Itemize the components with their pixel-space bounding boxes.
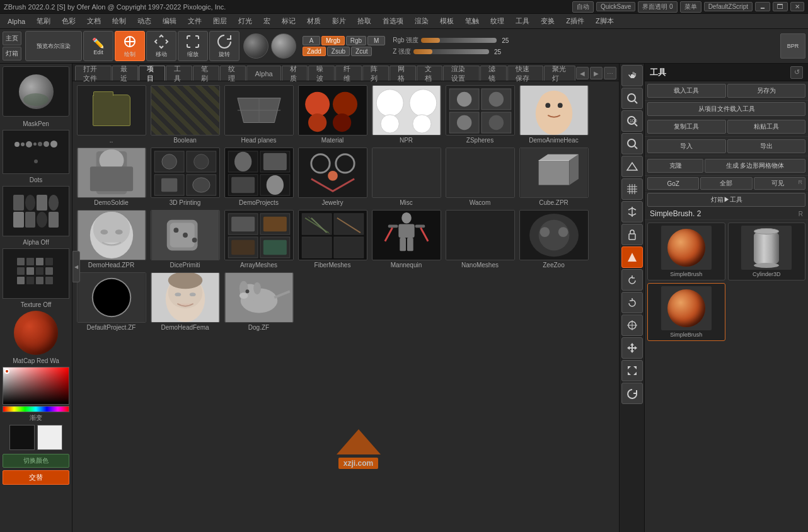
lock-btn[interactable] <box>621 224 643 245</box>
lightbox-tools-btn[interactable]: 灯箱▶工具 <box>647 193 805 207</box>
goz-btn[interactable]: GoZ <box>647 177 699 190</box>
tab-textures[interactable]: 纹理 <box>220 66 246 81</box>
menu-zscript[interactable]: Z脚本 <box>591 15 619 27</box>
menu-light[interactable]: 灯光 <box>233 15 257 27</box>
lightbox-btn[interactable]: 灯箱 <box>3 47 21 61</box>
menu-texture[interactable]: 纹理 <box>485 15 509 27</box>
menu-btn[interactable]: 菜单 <box>680 1 701 13</box>
file-item-nanomeshes[interactable]: NanoMeshes <box>444 209 516 270</box>
black-swatch[interactable] <box>9 425 35 450</box>
tab-tools[interactable]: 工具 <box>166 66 192 81</box>
hue-slider[interactable] <box>3 406 69 412</box>
close-btn[interactable]: ✕ <box>790 2 804 11</box>
tab-project[interactable]: 项目 <box>139 66 165 81</box>
transparency-btn[interactable]: 界面透明 0 <box>638 1 677 13</box>
exchange-btn[interactable]: 交替 <box>3 470 69 485</box>
file-item-demosoldier[interactable]: DemoSoldie <box>75 146 147 207</box>
center-point-btn[interactable] <box>621 315 643 336</box>
menu-color[interactable]: 色彩 <box>57 15 81 27</box>
file-item-jewelry[interactable]: Jewelry <box>296 146 369 207</box>
menu-template[interactable]: 模板 <box>435 15 459 27</box>
menu-pickup[interactable]: 拾取 <box>352 15 376 27</box>
Rgb-btn[interactable]: Rgb <box>346 36 366 45</box>
A-btn[interactable]: A <box>303 36 320 45</box>
perspective-btn[interactable] <box>621 156 643 177</box>
file-item-dog[interactable]: Dog.ZF <box>222 271 295 332</box>
save-as-btn[interactable]: 另存为 <box>727 84 806 98</box>
M-btn[interactable]: M <box>367 36 385 45</box>
file-item-wacom[interactable]: Wacom <box>444 146 516 207</box>
load-from-project-btn[interactable]: 从项目文件载入工具 <box>647 102 805 116</box>
file-item-cube[interactable]: Cube.ZPR <box>517 146 590 207</box>
menu-zplugin[interactable]: Z插件 <box>561 15 589 27</box>
menu-material[interactable]: 材质 <box>302 15 326 27</box>
minimize-btn[interactable]: 🗕 <box>755 2 770 11</box>
maximize-btn[interactable]: 🗖 <box>773 2 788 11</box>
copy-tool-btn[interactable]: 复制工具 <box>647 120 726 134</box>
orange-action-btn[interactable] <box>621 246 643 268</box>
file-item-demoprojects[interactable]: DemoProjects <box>222 146 295 207</box>
menu-preferences[interactable]: 首选项 <box>378 15 408 27</box>
default-script-btn[interactable]: DefaultZScript <box>704 2 753 11</box>
alpha-section[interactable] <box>3 186 69 236</box>
move-toolbar-btn[interactable]: 移动 <box>146 31 176 61</box>
file-item-demoanime[interactable]: DemoAnimeHeac <box>517 84 590 145</box>
tab-more-btn[interactable]: ⋯ <box>604 67 616 79</box>
circle-preview-btn[interactable] <box>271 33 296 59</box>
zoom100-btn[interactable]: 100 <box>621 110 643 132</box>
tab-open[interactable]: 打开文件 <box>75 66 112 81</box>
menu-brush[interactable]: 笔刷 <box>32 15 55 27</box>
sphere-preview-btn[interactable] <box>243 33 268 59</box>
tab-mesh[interactable]: 网格 <box>390 66 416 81</box>
scale-toolbar-btn[interactable]: 缩放 <box>178 31 208 61</box>
menu-draw[interactable]: 绘制 <box>107 15 131 27</box>
Zsub-btn[interactable]: Zsub <box>327 47 350 56</box>
file-item-misc[interactable]: Misc <box>370 146 442 207</box>
Zadd-btn[interactable]: Zadd <box>303 47 326 56</box>
scale-btn[interactable] <box>621 360 643 381</box>
rotate-left-btn[interactable] <box>621 269 643 291</box>
zoom2d-btn[interactable] <box>621 88 643 109</box>
tab-recent[interactable]: 最近 <box>112 66 139 81</box>
switch-colors-btn[interactable]: 切换颜色 <box>3 454 69 468</box>
zoom50-btn[interactable] <box>621 133 643 154</box>
align-btn[interactable] <box>621 201 643 223</box>
tab-next-btn[interactable]: ▶ <box>590 67 603 79</box>
tab-brushes[interactable]: 笔刷 <box>193 66 219 81</box>
file-item-defaultproject[interactable]: DefaultProject.ZF <box>75 271 147 332</box>
visible-btn[interactable]: 可见 R <box>754 177 805 190</box>
menu-movie[interactable]: 影片 <box>327 15 351 27</box>
menu-animate[interactable]: 动态 <box>132 15 156 27</box>
rotate-right-btn[interactable] <box>621 292 643 313</box>
tab-alpha[interactable]: Alpha <box>246 66 280 81</box>
file-item-boolean[interactable]: Boolean <box>149 84 221 145</box>
file-item-printing[interactable]: 3D Printing <box>149 146 221 207</box>
texture-section[interactable] <box>3 248 69 299</box>
tools-refresh-btn[interactable]: ↺ <box>790 66 803 79</box>
tab-prev-btn[interactable]: ◀ <box>576 67 589 79</box>
paste-tool-btn[interactable]: 粘贴工具 <box>727 120 806 134</box>
make-polymesh-btn[interactable]: 生成 多边形网格物体 <box>705 159 805 173</box>
tab-array[interactable]: 阵列 <box>362 66 389 81</box>
menu-macro[interactable]: 宏 <box>258 15 275 27</box>
tab-documents[interactable]: 文档 <box>417 66 443 81</box>
draw-btn[interactable]: 绘制 <box>115 31 145 61</box>
tab-filter[interactable]: 滤镜 <box>480 66 507 81</box>
tool-item-cylinder3d[interactable]: Cylinder3D <box>728 223 806 280</box>
menu-tool[interactable]: 工具 <box>511 15 534 27</box>
file-item-demohead[interactable]: DemoHead.ZPR <box>75 209 147 270</box>
rgb-slider[interactable] <box>421 38 497 43</box>
matcap-section[interactable] <box>3 311 69 355</box>
left-collapse-btn[interactable]: ◀ <box>72 251 80 282</box>
menu-marker[interactable]: 标记 <box>277 15 301 27</box>
file-item-npr[interactable]: NPR <box>370 84 442 145</box>
tool-item-simplebrush[interactable]: SimpleBrush <box>647 223 725 280</box>
tab-materials[interactable]: 材质 <box>282 66 308 81</box>
clone-btn[interactable]: 克隆 <box>647 159 703 173</box>
rotate-btn[interactable] <box>621 383 643 404</box>
menu-edit[interactable]: 编辑 <box>158 15 182 27</box>
edit-btn[interactable]: ✏️ Edit <box>83 31 113 61</box>
file-item-diceprim[interactable]: DicePrimiti <box>149 209 221 270</box>
move-btn[interactable] <box>621 337 643 359</box>
menu-file[interactable]: 文件 <box>183 15 207 27</box>
